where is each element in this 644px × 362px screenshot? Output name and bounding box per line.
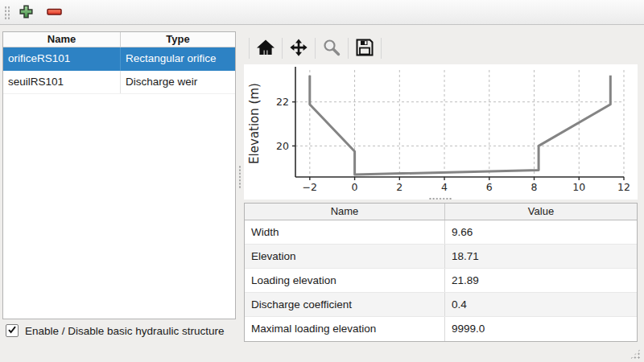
minus-icon (46, 4, 63, 22)
structures-table-header: Name Type (3, 32, 235, 47)
column-header-type[interactable]: Type (121, 32, 235, 47)
toolbar-separator (249, 38, 250, 59)
magnifier-icon (322, 38, 341, 60)
properties-table-row[interactable]: Elevation18.71 (245, 245, 637, 269)
checkmark-icon (7, 323, 17, 338)
structures-table-body: orificeRS101Rectangular orificeseuilRS10… (3, 47, 235, 94)
property-name-cell[interactable]: Maximal loading elevation (245, 317, 445, 341)
properties-table-row[interactable]: Maximal loading elevation9999.0 (245, 317, 637, 341)
pan-icon (288, 37, 309, 60)
enable-structure-checkbox-row[interactable]: Enable / Disable basic hydraulic structu… (6, 324, 225, 337)
structures-table-row[interactable]: orificeRS101Rectangular orifice (3, 47, 235, 71)
properties-table-row[interactable]: Loading elevation21.89 (245, 269, 637, 293)
property-value-cell[interactable]: 9.66 (445, 220, 637, 244)
plus-icon (19, 4, 34, 22)
structure-name-cell[interactable]: seuilRS101 (3, 71, 121, 93)
add-structure-button[interactable] (16, 2, 36, 23)
property-value-cell[interactable]: 9999.0 (445, 317, 637, 341)
property-name-cell[interactable]: Loading elevation (245, 269, 445, 292)
properties-table-row[interactable]: Width9.66 (245, 220, 637, 245)
toolbar-separator (348, 38, 349, 59)
property-name-cell[interactable]: Elevation (245, 245, 445, 268)
properties-table: Name Value Width9.66Elevation18.71Loadin… (244, 203, 638, 342)
cross-section-plot[interactable]: −20246810122022Elevation (m) (244, 64, 638, 200)
properties-table-body: Width9.66Elevation18.71Loading elevation… (245, 220, 637, 341)
x-tick-label: 10 (572, 181, 585, 193)
remove-structure-button[interactable] (44, 2, 64, 23)
property-value-cell[interactable]: 21.89 (445, 269, 637, 292)
structure-type-cell[interactable]: Discharge weir (121, 71, 235, 93)
home-icon (256, 38, 275, 60)
structure-name-cell[interactable]: orificeRS101 (3, 47, 121, 71)
structures-toolbar (0, 0, 644, 25)
properties-table-header: Name Value (245, 204, 637, 220)
y-axis-label: Elevation (m) (247, 83, 262, 164)
pane-splitter-handle[interactable] (237, 165, 242, 189)
x-tick-label: 6 (486, 181, 493, 193)
window-resize-grip[interactable] (630, 348, 641, 360)
toolbar-separator (315, 38, 316, 59)
x-tick-label: 8 (531, 181, 538, 193)
column-header-prop-name[interactable]: Name (245, 204, 445, 220)
property-value-cell[interactable]: 0.4 (445, 293, 637, 316)
y-tick-label: 20 (276, 140, 289, 152)
column-header-name[interactable]: Name (3, 32, 121, 47)
toolbar-separator (282, 38, 283, 59)
x-tick-label: 0 (352, 181, 358, 193)
enable-structure-checkbox[interactable] (6, 324, 19, 337)
save-icon (355, 38, 374, 60)
x-tick-label: −2 (303, 181, 317, 193)
toolbar-drag-handle[interactable] (4, 6, 10, 20)
property-name-cell[interactable]: Discharge coefficient (245, 293, 445, 316)
property-name-cell[interactable]: Width (245, 220, 445, 244)
x-tick-label: 12 (617, 181, 630, 193)
y-tick-label: 22 (276, 96, 289, 108)
structures-table: Name Type orificeRS101Rectangular orific… (2, 31, 236, 319)
structure-type-cell[interactable]: Rectangular orifice (121, 47, 235, 71)
x-tick-label: 2 (396, 181, 402, 193)
x-tick-label: 4 (441, 181, 448, 193)
plot-pan-button[interactable] (287, 37, 310, 60)
main-window: Name Type orificeRS101Rectangular orific… (0, 0, 644, 362)
plot-figure: −20246810122022Elevation (m) (244, 64, 638, 200)
plot-zoom-button[interactable] (320, 37, 343, 60)
plot-table-splitter-handle[interactable] (429, 196, 452, 201)
properties-table-row[interactable]: Discharge coefficient0.4 (245, 293, 637, 317)
column-header-prop-value[interactable]: Value (445, 204, 637, 220)
enable-structure-checkbox-label: Enable / Disable basic hydraulic structu… (25, 325, 225, 337)
toolbar-separator (381, 38, 382, 59)
structures-table-row[interactable]: seuilRS101Discharge weir (3, 71, 235, 94)
plot-save-button[interactable] (353, 37, 376, 60)
property-value-cell[interactable]: 18.71 (445, 245, 637, 268)
plot-home-button[interactable] (254, 37, 277, 60)
plot-toolbar (244, 35, 386, 61)
